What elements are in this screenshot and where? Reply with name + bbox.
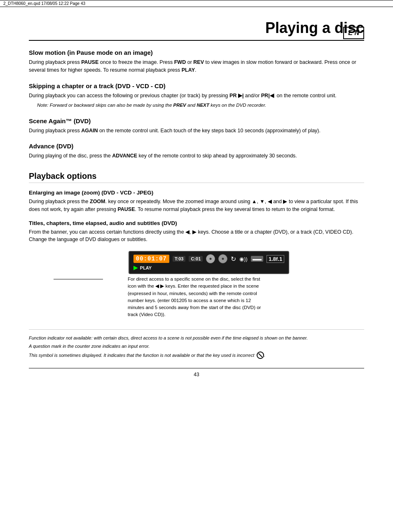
osd-disc-icon1 [206,254,215,263]
enlarging-heading: Enlarging an image (zoom) (DVD - VCD - J… [29,190,364,196]
page: 2_DTH8060_en.qxd 17/08/05 12:22 Page 43 … [0,0,393,532]
osd-audio-icon: ◉)) [239,256,248,262]
titles-body: From the banner, you can access certain … [29,228,364,244]
osd-subtitle-icon: ▬▬ [251,256,263,262]
no-symbol [257,352,264,359]
en-badge: E N [343,27,364,39]
slow-motion-body: During playback press PAUSE once to free… [29,59,364,74]
advance-body: During playing of the disc, press the AD… [29,152,364,160]
annotation-container: For direct access to a specific scene on… [54,276,364,321]
page-title: Playing a disc [29,19,364,41]
playback-options-title: Playback options [29,171,364,183]
osd-box: 00:01:07 T:03 C:01 [129,251,289,274]
footer-notes: Function indicator not available: with c… [29,329,364,360]
slow-motion-heading: Slow motion (in Pause mode on an image) [29,49,364,56]
top-bar-text: 2_DTH8060_en.qxd 17/08/05 12:22 Page 43 [3,1,85,6]
scene-again-body: During playback press AGAIN on the remot… [29,127,364,135]
top-bar: 2_DTH8060_en.qxd 17/08/05 12:22 Page 43 [0,0,393,7]
diagram-area: 00:01:07 T:03 C:01 [29,251,364,321]
skipping-heading: Skipping a chapter or a track (DVD - VCD… [29,82,364,89]
footer-note-3-text: This symbol is sometimes displayed. It i… [29,352,254,357]
osd-disc-icon2 [218,254,227,263]
osd-display: 00:01:07 T:03 C:01 [54,251,364,274]
footer-note-2: A question mark in the counter zone indi… [29,343,364,350]
footer-note-1: Function indicator not available: with c… [29,335,364,342]
annotation-text: For direct access to a specific scene on… [128,276,268,319]
osd-play-label: PLAY [140,265,152,270]
osd-loop-icon: ↻ [231,255,236,263]
footer-note-3: This symbol is sometimes displayed. It i… [29,352,364,360]
annotation-horiz-line [54,279,103,279]
skipping-body: During playback you can access the follo… [29,92,364,100]
osd-top-row: 00:01:07 T:03 C:01 [133,254,284,263]
osd-play-icon: ▶ [133,265,138,271]
annotation-line-left [54,276,128,279]
osd-bottom-row: ▶ PLAY [133,265,284,271]
content-area: Playing a disc E N Slow motion (in Pause… [0,7,393,402]
osd-time: 00:01:07 [133,255,169,263]
scene-again-heading: Scene Again™ (DVD) [29,117,364,124]
advance-heading: Advance (DVD) [29,143,364,150]
osd-chapter-num: 1.8f.1 [267,255,284,263]
osd-chapter: C:01 [189,256,203,262]
page-number: 43 [29,368,364,377]
titles-heading: Titles, chapters, time elapsed, audio an… [29,220,364,226]
osd-track: T:03 [173,256,185,262]
skipping-note: Note: Forward or backward skips can also… [37,102,364,109]
enlarging-body: During playback press the ZOOM. key once… [29,198,364,213]
